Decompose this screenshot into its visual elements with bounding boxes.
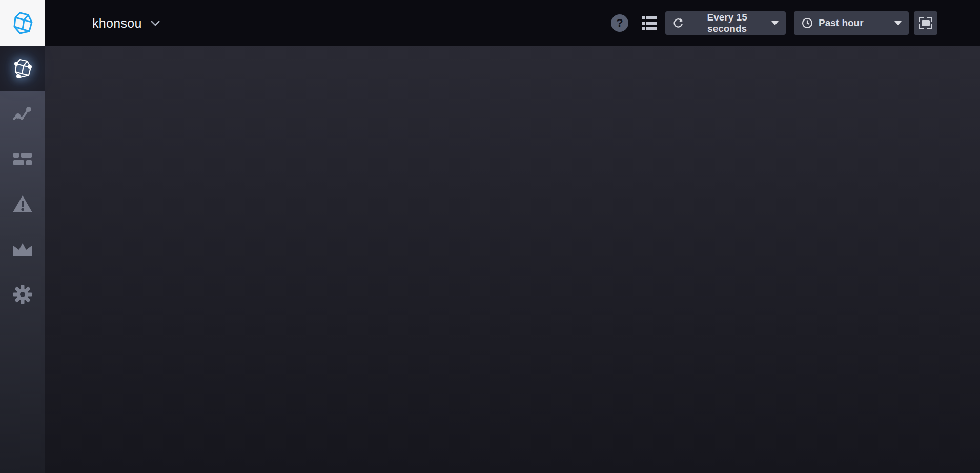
- sidebar-navigation: [0, 46, 45, 473]
- caret-down-icon: [771, 21, 779, 25]
- refresh-icon: [672, 17, 684, 29]
- kiosk-mode-icon: [919, 17, 932, 29]
- dashboard-grid: [45, 46, 980, 473]
- presentation-mode-button[interactable]: [914, 11, 937, 35]
- annotation-list-button[interactable]: [642, 16, 657, 30]
- sidebar-item-admin[interactable]: [0, 227, 45, 272]
- time-range-label: Past hour: [819, 17, 864, 29]
- alert-triangle-icon: [12, 194, 33, 214]
- pulse-graph-icon: [12, 105, 33, 123]
- sidebar-item-configuration[interactable]: [0, 272, 45, 317]
- chronograf-app: { "header": { "dashboard_title": "khonso…: [0, 0, 980, 473]
- gear-icon: [12, 284, 33, 305]
- sidebar-item-alerting[interactable]: [0, 182, 45, 227]
- refresh-interval-dropdown[interactable]: Every 15 seconds: [665, 11, 786, 35]
- time-range-dropdown[interactable]: Past hour: [794, 11, 909, 35]
- chronograf-logo[interactable]: [0, 0, 45, 46]
- grid-blocks-icon: [12, 151, 33, 167]
- chevron-down-icon: [150, 20, 160, 26]
- clock-icon: [801, 17, 813, 29]
- sidebar-item-status[interactable]: [0, 46, 45, 91]
- caret-down-icon: [894, 21, 902, 25]
- refresh-interval-label: Every 15 seconds: [689, 12, 765, 34]
- sidebar-item-data-explorer[interactable]: [0, 91, 45, 136]
- help-label: ?: [616, 16, 623, 30]
- crown-icon: [12, 241, 33, 258]
- top-navigation-bar: khonsou ? Every 15 seconds Past hour: [0, 0, 980, 46]
- help-button[interactable]: ?: [611, 14, 628, 32]
- cubo-glow-icon: [11, 57, 34, 81]
- dashboard-title-dropdown[interactable]: khonsou: [92, 0, 160, 46]
- chronograf-logo-icon: [10, 10, 35, 36]
- sidebar-item-dashboards[interactable]: [0, 136, 45, 182]
- page-title: khonsou: [92, 16, 142, 31]
